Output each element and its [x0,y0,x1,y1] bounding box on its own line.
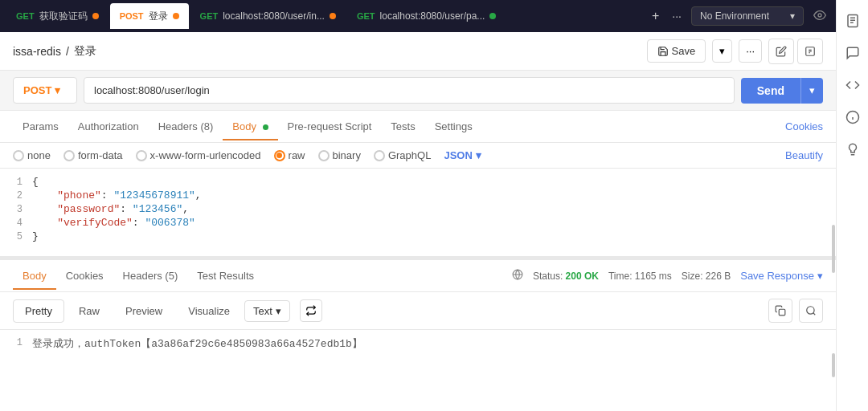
code-editor[interactable]: 1 { 2 "phone": "12345678911", 3 "passwor… [0,169,836,257]
search-button[interactable] [799,299,823,323]
url-input[interactable] [84,77,735,104]
tab-label-3: localhost:8080/user/in... [223,10,325,22]
doc-icon[interactable] [838,6,867,35]
radio-label-binary: binary [333,149,361,161]
send-dropdown-button[interactable]: ▾ [800,78,823,104]
time-text: Time: 1165 ms [608,271,672,282]
tab-label-4: localhost:8080/user/pa... [380,10,485,22]
fmt-pretty[interactable]: Pretty [13,299,64,323]
radio-formdata[interactable]: form-data [63,149,123,161]
resp-tab-headers[interactable]: Headers (5) [113,263,188,290]
fmt-raw[interactable]: Raw [68,300,111,322]
doc-icon-button[interactable] [797,39,823,64]
tab-dot-2 [173,13,179,19]
resp-tab-test-results[interactable]: Test Results [187,263,264,290]
breadcrumb-bar: issa-redis / 登录 Save ▾ ··· [0,32,836,71]
text-format-dropdown[interactable]: Text ▾ [244,300,290,322]
wrap-icon-button[interactable] [300,299,322,322]
scrollbar-1[interactable] [832,225,835,273]
radio-circle-formdata [63,150,75,161]
tab-post-login[interactable]: POST 登录 [110,3,189,29]
radio-circle-graphql [374,150,385,161]
tab-actions: + ··· No Environment ▾ [649,6,829,27]
env-selector[interactable]: No Environment ▾ [691,6,804,26]
save-dropdown-button[interactable]: ▾ [712,39,732,63]
tab-tests[interactable]: Tests [381,114,424,140]
fmt-visualize[interactable]: Visualize [177,300,241,322]
json-label: JSON [444,149,472,161]
tab-params[interactable]: Params [13,114,68,140]
resp-format-actions [768,299,823,323]
edit-icon-button[interactable] [768,39,794,64]
tab-headers[interactable]: Headers (8) [149,114,223,140]
json-dropdown[interactable]: JSON ▾ [444,149,481,161]
method-badge-post: POST [120,11,144,21]
method-select[interactable]: POST ▾ [13,77,77,104]
resp-tab-cookies[interactable]: Cookies [56,263,113,290]
resp-line-1: 1 登录成功，authToken【a3a86af29c6e4850983a66a… [0,336,836,351]
cookies-button[interactable]: Cookies [785,120,823,132]
beautify-button[interactable]: Beautify [785,149,823,161]
response-body: 1 登录成功，authToken【a3a86af29c6e4850983a66a… [0,330,836,357]
size-text: Size: 226 B [682,271,731,282]
save-response-button[interactable]: Save Response ▾ [740,270,823,282]
radio-none[interactable]: none [13,149,51,161]
resp-tab-body[interactable]: Body [13,263,56,290]
breadcrumb-page: 登录 [74,44,96,59]
comment-icon[interactable] [838,39,867,67]
tab-get-user-pa[interactable]: GET localhost:8080/user/pa... [347,3,506,29]
radio-xwww[interactable]: x-www-form-urlencoded [136,149,261,161]
json-chevron: ▾ [476,149,481,161]
save-button[interactable]: Save [647,39,706,63]
eye-icon[interactable] [810,6,829,27]
radio-binary[interactable]: binary [318,149,361,161]
tab-dot-4 [489,13,496,19]
fmt-preview[interactable]: Preview [114,300,174,322]
radio-graphql[interactable]: GraphQL [374,149,431,161]
svg-point-7 [818,14,821,17]
url-bar: POST ▾ Send ▾ [0,71,836,111]
breadcrumb-workspace: issa-redis [13,45,61,58]
env-label: No Environment [700,10,769,22]
tab-label-2: 登录 [149,10,168,23]
radio-raw[interactable]: raw [274,149,305,161]
radio-circle-binary [318,150,330,161]
tab-authorization[interactable]: Authorization [68,114,149,140]
tab-get-verify[interactable]: GET 获取验证码 [6,3,108,29]
add-tab-button[interactable]: + [649,6,662,26]
code-line-5: 5 } [0,230,836,243]
save-label: Save [672,45,696,57]
tab-body[interactable]: Body [223,114,277,140]
radio-circle-xwww [136,150,147,161]
svg-point-15 [807,307,814,314]
breadcrumb-actions: Save ▾ ··· [647,39,823,64]
svg-line-16 [813,313,816,315]
radio-circle-raw [274,150,285,161]
more-button[interactable]: ··· [739,39,762,63]
radio-label-formdata: form-data [78,149,123,161]
tab-get-user-in[interactable]: GET localhost:8080/user/in... [190,3,346,29]
svg-rect-14 [779,309,785,315]
radio-label-none: none [27,149,51,161]
code-line-1: 1 { [0,175,836,189]
code-line-3: 3 "password": "123456", [0,202,836,216]
tab-prerequest[interactable]: Pre-request Script [278,114,382,140]
radio-label-raw: raw [289,149,305,161]
tab-settings[interactable]: Settings [425,114,482,140]
tab-more-button[interactable]: ··· [669,6,685,26]
tab-bar: GET 获取验证码 POST 登录 GET localhost:8080/use… [0,0,836,32]
tab-dot-1 [92,13,99,19]
copy-button[interactable] [768,299,792,323]
radio-label-xwww: x-www-form-urlencoded [150,149,261,161]
method-value: POST [23,84,51,96]
request-tabs: Params Authorization Headers (8) Body Pr… [0,111,836,143]
scrollbar-2[interactable] [832,353,835,377]
main-content: GET 获取验证码 POST 登录 GET localhost:8080/use… [0,0,836,357]
bulb-icon[interactable] [838,135,867,164]
code-icon[interactable] [838,71,867,100]
info-icon[interactable] [838,103,867,132]
code-line-2: 2 "phone": "12345678911", [0,189,836,202]
env-chevron: ▾ [790,10,795,22]
send-button[interactable]: Send [741,78,800,104]
status-text: Status: 200 OK [533,271,599,282]
